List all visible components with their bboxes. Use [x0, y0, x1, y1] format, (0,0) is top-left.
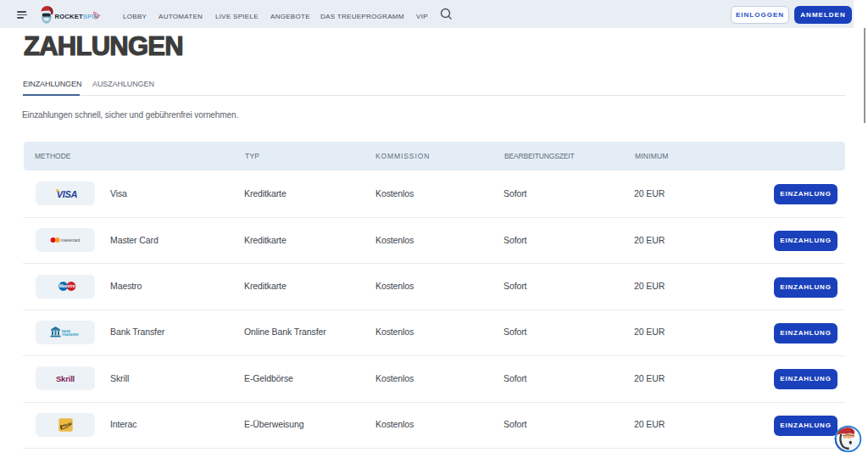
svg-text:mastercard: mastercard	[60, 238, 80, 243]
svg-text:ROCKETSPIN: ROCKETSPIN	[55, 13, 99, 20]
svg-text:TRANSFER: TRANSFER	[62, 333, 79, 337]
svg-text:BANK: BANK	[62, 329, 71, 332]
svg-text:Maestro: Maestro	[59, 283, 75, 288]
